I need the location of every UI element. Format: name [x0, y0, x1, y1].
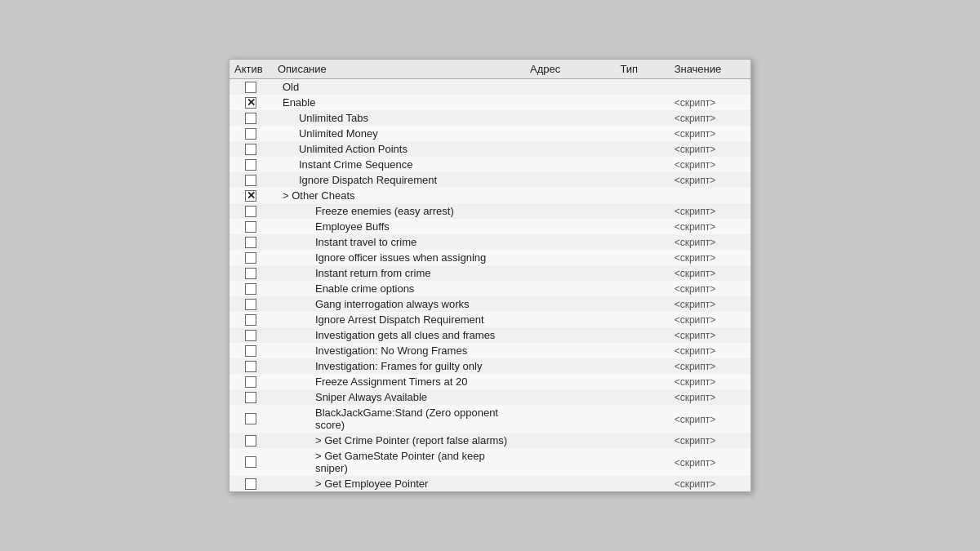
table-row: Ignore officer issues when assigning<скр… [229, 250, 751, 265]
row-address-enable-crime-options [525, 281, 615, 296]
row-value-unlimited-tabs: <скрипт> [670, 110, 751, 126]
col-address: Адрес [525, 60, 615, 79]
row-label-other-cheats: > Other Cheats [283, 189, 355, 202]
row-type-employee-buffs [615, 219, 669, 234]
checkbox-blackjack-game[interactable] [245, 413, 256, 424]
row-value-get-gamestate-pointer: <скрипт> [670, 448, 751, 476]
checkbox-get-gamestate-pointer[interactable] [245, 456, 256, 468]
row-label-investigation-clues: Investigation gets all clues and frames [315, 329, 495, 341]
row-type-ignore-officer-issues [615, 250, 669, 265]
row-type-investigation-guilty-only [615, 358, 669, 374]
checkbox-freeze-assignment-timers[interactable] [245, 376, 256, 388]
table-row: BlackJackGame:Stand (Zero opponent score… [229, 405, 751, 433]
checkbox-ignore-dispatch-requirement[interactable] [245, 175, 256, 186]
row-type-blackjack-game [615, 405, 669, 433]
row-address-get-gamestate-pointer [525, 448, 615, 476]
row-value-enable-crime-options: <скрипт> [670, 281, 751, 296]
checkbox-enable-crime-options[interactable] [245, 283, 256, 295]
checkbox-ignore-officer-issues[interactable] [245, 252, 256, 264]
row-label-get-gamestate-pointer: > Get GameState Pointer (and keep sniper… [315, 450, 520, 474]
table-row: Ignore Arrest Dispatch Requirement<скрип… [229, 312, 751, 327]
checkbox-old[interactable] [245, 82, 256, 93]
row-address-unlimited-tabs [525, 110, 615, 126]
row-value-freeze-enemies: <скрипт> [670, 203, 751, 219]
col-description: Описание [273, 60, 525, 79]
checkbox-instant-travel[interactable] [245, 237, 256, 248]
row-label-instant-travel: Instant travel to crime [315, 236, 416, 248]
row-label-ignore-dispatch-requirement: Ignore Dispatch Requirement [299, 174, 437, 186]
row-type-freeze-enemies [615, 203, 669, 219]
row-value-ignore-dispatch-requirement: <скрипт> [670, 172, 751, 188]
checkbox-other-cheats[interactable] [245, 190, 256, 202]
checkbox-investigation-no-wrong[interactable] [245, 345, 256, 357]
row-type-sniper-available [615, 389, 669, 405]
row-type-investigation-no-wrong [615, 343, 669, 358]
checkbox-investigation-guilty-only[interactable] [245, 361, 256, 372]
row-address-investigation-no-wrong [525, 343, 615, 358]
col-value: Значение [670, 60, 751, 79]
col-type: Тип [615, 60, 669, 79]
row-label-enable: Enable [283, 96, 315, 109]
row-label-employee-buffs: Employee Buffs [315, 220, 390, 233]
table-row: Instant travel to crime<скрипт> [229, 234, 751, 250]
checkbox-get-crime-pointer[interactable] [245, 435, 256, 447]
checkbox-instant-return[interactable] [245, 268, 256, 279]
row-address-instant-travel [525, 234, 615, 250]
row-value-unlimited-money: <скрипт> [670, 126, 751, 141]
checkbox-enable[interactable] [245, 97, 256, 109]
row-address-investigation-clues [525, 327, 615, 343]
table-row: Unlimited Action Points<скрипт> [229, 141, 751, 157]
checkbox-freeze-enemies[interactable] [245, 206, 256, 217]
row-label-blackjack-game: BlackJackGame:Stand (Zero opponent score… [315, 407, 520, 431]
row-address-get-employee-pointer [525, 476, 615, 491]
table-row: Freeze Assignment Timers at 20<скрипт> [229, 374, 751, 389]
checkbox-unlimited-tabs[interactable] [245, 113, 256, 124]
table-row: Freeze enemies (easy arrest)<скрипт> [229, 203, 751, 219]
row-label-get-crime-pointer: > Get Crime Pointer (report false alarms… [315, 434, 507, 447]
row-value-get-crime-pointer: <скрипт> [670, 433, 751, 448]
row-type-unlimited-tabs [615, 110, 669, 126]
checkbox-instant-crime-sequence[interactable] [245, 159, 256, 171]
row-label-old: Old [283, 81, 299, 93]
row-address-instant-crime-sequence [525, 157, 615, 172]
row-value-employee-buffs: <скрипт> [670, 219, 751, 234]
row-address-ignore-officer-issues [525, 250, 615, 265]
row-value-sniper-available: <скрипт> [670, 389, 751, 405]
row-type-get-crime-pointer [615, 433, 669, 448]
row-type-enable [615, 95, 669, 110]
table-row: Unlimited Money<скрипт> [229, 126, 751, 141]
checkbox-unlimited-action-points[interactable] [245, 144, 256, 155]
row-type-get-employee-pointer [615, 476, 669, 491]
checkbox-ignore-arrest-dispatch[interactable] [245, 314, 256, 326]
row-type-enable-crime-options [615, 281, 669, 296]
row-address-ignore-arrest-dispatch [525, 312, 615, 327]
row-address-freeze-assignment-timers [525, 374, 615, 389]
checkbox-employee-buffs[interactable] [245, 221, 256, 233]
row-address-investigation-guilty-only [525, 358, 615, 374]
row-address-freeze-enemies [525, 203, 615, 219]
row-address-sniper-available [525, 389, 615, 405]
row-value-investigation-guilty-only: <скрипт> [670, 358, 751, 374]
table-row: Sniper Always Available<скрипт> [229, 389, 751, 405]
row-value-unlimited-action-points: <скрипт> [670, 141, 751, 157]
row-type-unlimited-action-points [615, 141, 669, 157]
table-row: > Get Employee Pointer<скрипт> [229, 476, 751, 491]
table-row: > Get Crime Pointer (report false alarms… [229, 433, 751, 448]
checkbox-gang-interrogation[interactable] [245, 299, 256, 310]
row-value-other-cheats [670, 188, 751, 203]
row-value-old [670, 79, 751, 96]
table-row: Old [229, 79, 751, 96]
row-address-old [525, 79, 615, 96]
row-label-investigation-guilty-only: Investigation: Frames for guilty only [315, 360, 482, 372]
row-type-ignore-dispatch-requirement [615, 172, 669, 188]
checkbox-get-employee-pointer[interactable] [245, 478, 256, 490]
checkbox-sniper-available[interactable] [245, 392, 256, 403]
checkbox-investigation-clues[interactable] [245, 330, 256, 341]
table-row: Gang interrogation always works<скрипт> [229, 296, 751, 312]
row-label-unlimited-action-points: Unlimited Action Points [299, 143, 408, 155]
row-address-employee-buffs [525, 219, 615, 234]
row-type-instant-return [615, 265, 669, 281]
row-address-ignore-dispatch-requirement [525, 172, 615, 188]
checkbox-unlimited-money[interactable] [245, 128, 256, 140]
col-active: Актив [229, 60, 273, 79]
